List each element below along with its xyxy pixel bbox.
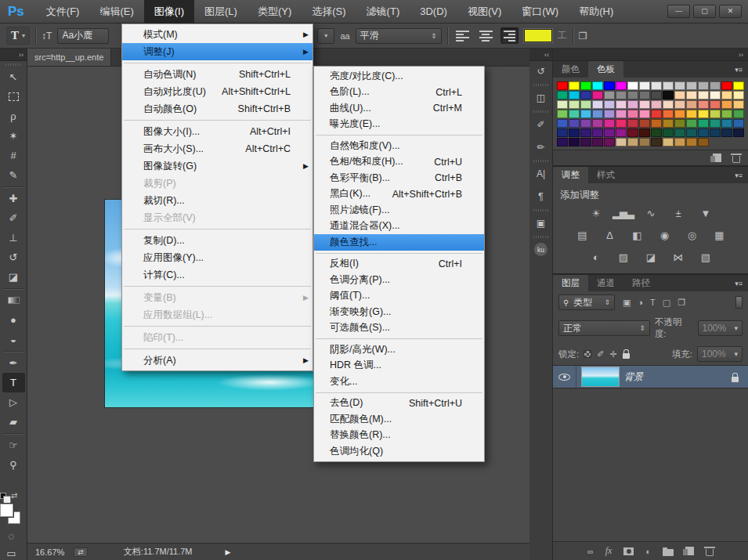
color-swatch[interactable] — [627, 119, 638, 128]
filter-shape-icon[interactable]: ▢ — [663, 298, 670, 308]
color-swatch[interactable] — [592, 128, 603, 137]
color-swatch[interactable] — [569, 91, 580, 99]
color-swatch[interactable] — [698, 100, 709, 109]
color-swatch[interactable] — [733, 119, 744, 128]
color-swatch[interactable] — [651, 91, 662, 99]
adjustments-menu-item-3[interactable]: 曝光度(E)... — [314, 117, 484, 133]
color-swatch[interactable] — [674, 100, 685, 109]
adjustments-menu-item-5[interactable]: 自然饱和度(V)... — [314, 138, 484, 154]
color-swatch[interactable] — [686, 110, 697, 118]
color-swatch[interactable] — [557, 119, 568, 128]
adjustments-menu-item-26[interactable]: 色调均化(Q) — [314, 443, 484, 460]
color-swatch[interactable] — [663, 91, 674, 99]
color-swatch[interactable] — [557, 100, 568, 109]
font-size-select[interactable]: ▾ — [317, 28, 334, 44]
color-swatch[interactable] — [663, 81, 674, 90]
color-swatch[interactable] — [710, 81, 721, 90]
menubar-item-9[interactable]: 窗口(W) — [511, 0, 569, 23]
color-swatch[interactable] — [569, 128, 580, 137]
posterize-icon[interactable]: ▨ — [614, 250, 633, 265]
gradient-map-icon[interactable]: ⋈ — [669, 250, 688, 265]
color-swatch[interactable] — [569, 119, 580, 128]
color-swatch[interactable] — [557, 81, 568, 90]
paragraph-panel-icon[interactable]: ¶ — [529, 186, 552, 206]
color-lookup-icon[interactable]: ▦ — [710, 228, 728, 243]
color-swatch[interactable] — [710, 91, 721, 99]
image-menu-item-23[interactable]: 分析(A)▶ — [122, 352, 313, 369]
image-menu-item-8[interactable]: 画布大小(S)...Alt+Ctrl+C — [122, 140, 313, 157]
black-white-icon[interactable]: ◧ — [627, 228, 646, 243]
visibility-cell[interactable] — [553, 366, 576, 388]
panel-menu-icon[interactable]: ▾≡ — [729, 61, 748, 78]
history-brush-tool[interactable]: ↺ — [2, 247, 25, 267]
color-swatch[interactable] — [686, 81, 697, 90]
color-swatch[interactable] — [686, 91, 697, 99]
lasso-tool[interactable]: ρ — [2, 107, 25, 126]
color-swatch[interactable] — [674, 119, 685, 128]
filter-type-icon[interactable]: T — [650, 298, 656, 307]
color-swatch[interactable] — [698, 81, 709, 90]
adjustments-menu-item-6[interactable]: 色相/饱和度(H)...Ctrl+U — [314, 154, 484, 171]
status-options-arrow[interactable]: ▶ — [225, 548, 230, 556]
color-swatch[interactable] — [557, 138, 568, 146]
new-group-icon[interactable] — [663, 549, 674, 556]
filter-smart-object-icon[interactable]: ❐ — [678, 298, 685, 308]
tab-layers[interactable]: 图层 — [553, 275, 588, 291]
rectangular-marquee-tool[interactable] — [2, 87, 25, 107]
color-swatch[interactable] — [604, 110, 615, 118]
color-swatch[interactable] — [569, 138, 580, 146]
image-menu-item-1[interactable]: 调整(J)▶ — [122, 43, 313, 60]
menubar-item-7[interactable]: 3D(D) — [410, 0, 457, 23]
new-layer-icon[interactable] — [685, 547, 694, 555]
color-swatch[interactable] — [674, 110, 685, 118]
zoom-level[interactable]: 16.67% — [35, 547, 64, 557]
toggle-panels-icon[interactable]: ❐ — [579, 31, 587, 42]
color-swatch[interactable] — [627, 110, 638, 118]
align-left-button[interactable] — [453, 27, 472, 44]
blur-tool[interactable]: ● — [2, 310, 25, 330]
layer-thumbnail[interactable] — [581, 367, 620, 387]
panel-menu-icon[interactable]: ▾≡ — [729, 167, 748, 183]
screen-mode-button[interactable]: ▭ — [0, 546, 23, 560]
status-widget-icon[interactable]: ⇄ — [74, 547, 88, 557]
adjustments-menu-item-8[interactable]: 黑白(K)...Alt+Shift+Ctrl+B — [314, 186, 484, 203]
color-swatch[interactable] — [639, 81, 650, 90]
color-swatch[interactable] — [651, 110, 662, 118]
maximize-button[interactable]: ▢ — [693, 5, 716, 18]
adjustments-menu-item-1[interactable]: 色阶(L)...Ctrl+L — [314, 85, 484, 101]
warp-text-icon[interactable]: 工 — [558, 29, 567, 42]
crop-tool[interactable]: # — [2, 146, 25, 165]
text-orientation-icon[interactable]: ↕T — [42, 31, 52, 42]
adjustments-menu-item-11[interactable]: 颜色查找... — [314, 234, 484, 251]
color-swatch[interactable] — [639, 100, 650, 109]
color-swatch[interactable] — [663, 110, 674, 118]
image-menu-item-3[interactable]: 自动色调(N)Shift+Ctrl+L — [122, 66, 313, 83]
close-button[interactable]: ✕ — [719, 5, 742, 18]
color-swatch[interactable] — [721, 119, 732, 128]
layer-list-empty-area[interactable] — [553, 388, 748, 541]
adjustments-menu-item-2[interactable]: 曲线(U)...Ctrl+M — [314, 100, 484, 117]
align-center-button[interactable] — [477, 27, 495, 44]
color-swatch[interactable] — [627, 138, 638, 146]
tab-paths[interactable]: 路径 — [623, 275, 659, 291]
new-swatch-icon[interactable] — [713, 154, 721, 162]
color-swatch[interactable] — [674, 138, 685, 146]
zoom-tool[interactable]: ⚲ — [2, 455, 25, 475]
adjustments-menu-item-13[interactable]: 反相(I)Ctrl+I — [314, 256, 484, 273]
color-swatch[interactable] — [616, 91, 627, 99]
spot-healing-brush-tool[interactable]: ✚ — [2, 189, 25, 208]
color-swatch[interactable] — [710, 110, 721, 118]
image-menu-item-5[interactable]: 自动颜色(O)Shift+Ctrl+B — [122, 100, 313, 117]
invert-icon[interactable]: ◐ — [587, 250, 605, 265]
color-swatch[interactable] — [639, 91, 650, 99]
color-swatch[interactable] — [592, 100, 603, 109]
swap-colors-icon[interactable]: ⇄ — [11, 491, 17, 500]
color-swatch[interactable] — [616, 110, 627, 118]
delete-layer-icon[interactable] — [706, 549, 714, 556]
menubar-item-2[interactable]: 图像(I) — [144, 0, 194, 23]
new-adjustment-layer-icon[interactable]: ◐ — [645, 547, 651, 556]
drag-grip[interactable] — [533, 84, 549, 86]
menubar-item-8[interactable]: 视图(V) — [457, 0, 511, 23]
move-tool[interactable]: ↖ — [2, 67, 25, 87]
color-swatch[interactable] — [580, 81, 591, 90]
